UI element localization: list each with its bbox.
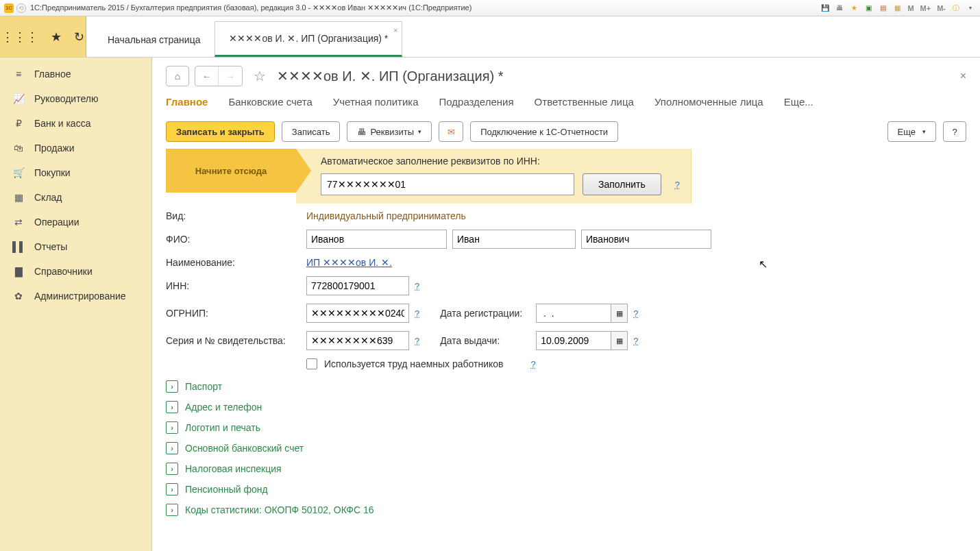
save-close-button[interactable]: Записать и закрыть xyxy=(166,121,275,142)
sidebar-item-reports[interactable]: ▌▌Отчеты xyxy=(0,234,151,259)
transfer-icon: ⇄ xyxy=(12,217,25,228)
sidebar-item-directories[interactable]: ▇Справочники xyxy=(0,259,151,284)
sidebar-item-main[interactable]: ≡Главное xyxy=(0,62,151,86)
print-icon: 🖶 xyxy=(357,127,366,137)
sidebar-item-purchases[interactable]: 🛒Покупки xyxy=(0,160,151,185)
expander-label: Логотип и печать xyxy=(185,422,260,433)
tab-start-page[interactable]: Начальная страница xyxy=(93,21,215,57)
label-naim: Наименование: xyxy=(166,257,306,268)
expander-address[interactable]: ›Адрес и телефон xyxy=(166,401,966,413)
tool-icon[interactable]: ▣ xyxy=(863,3,874,14)
titlebar-tools: 💾 🖶 ★ ▣ ▤ ▦ M M+ M- ⓘ ▾ xyxy=(820,3,976,14)
expander-label: Паспорт xyxy=(185,381,222,392)
connect-reporting-button[interactable]: Подключение к 1С-Отчетности xyxy=(470,121,618,142)
label-hired: Используется труд наемных работников xyxy=(324,358,504,369)
tab-close-icon[interactable]: × xyxy=(393,26,397,34)
subtab-main[interactable]: Главное xyxy=(166,96,208,110)
sidebar-item-label: Администрирование xyxy=(34,291,126,302)
ogrnip-input[interactable] xyxy=(306,304,409,323)
star-icon[interactable]: ★ xyxy=(51,29,62,45)
tool-star-icon[interactable]: ★ xyxy=(848,3,859,14)
sidebar-item-stock[interactable]: ▦Склад xyxy=(0,185,151,210)
expander-statcodes[interactable]: ›Коды статистики: ОКОПФ 50102, ОКФС 16 xyxy=(166,504,966,516)
inn-input[interactable] xyxy=(306,276,409,295)
save-button[interactable]: Записать xyxy=(282,121,341,142)
subtab-divisions[interactable]: Подразделения xyxy=(439,96,514,110)
window-title: 1С:Предприниматель 2015 / Бухгалтерия пр… xyxy=(30,3,471,12)
book-icon: ▇ xyxy=(12,266,25,277)
fill-button[interactable]: Заполнить xyxy=(583,173,661,195)
bag-icon: 🛍 xyxy=(12,143,25,154)
label-fio: ФИО: xyxy=(166,234,306,245)
nav-forward-button[interactable]: → xyxy=(219,66,242,86)
sidebar-item-manager[interactable]: 📈Руководителю xyxy=(0,86,151,111)
help-link[interactable]: ? xyxy=(415,281,419,291)
expander-tax[interactable]: ›Налоговая инспекция xyxy=(166,463,966,475)
gear-icon: ✿ xyxy=(12,291,25,302)
help-link[interactable]: ? xyxy=(633,308,638,319)
button-label: Еще xyxy=(898,127,916,137)
tool-save-icon[interactable]: 💾 xyxy=(820,3,831,14)
ruble-icon: ₽ xyxy=(12,118,25,129)
sub-tabs: Главное Банковские счета Учетная политик… xyxy=(166,96,966,110)
help-link[interactable]: ? xyxy=(675,180,680,190)
window-titlebar: 1C ⟲ 1С:Предприниматель 2015 / Бухгалтер… xyxy=(0,0,980,16)
help-link[interactable]: ? xyxy=(633,336,638,346)
chevron-right-icon: › xyxy=(166,442,178,454)
more-button[interactable]: Еще▾ xyxy=(887,121,936,142)
sidebar-item-sales[interactable]: 🛍Продажи xyxy=(0,136,151,160)
expander-pension[interactable]: ›Пенсионный фонд xyxy=(166,483,966,495)
titlebar-back-icon[interactable]: ⟲ xyxy=(16,3,26,13)
hired-checkbox[interactable] xyxy=(306,358,317,369)
nav-back-button[interactable]: ← xyxy=(195,66,219,86)
info-icon[interactable]: ⓘ xyxy=(951,3,961,14)
subtab-accounting-policy[interactable]: Учетная политика xyxy=(333,96,419,110)
home-button[interactable]: ⌂ xyxy=(166,66,189,86)
inn-auto-input[interactable] xyxy=(321,173,574,195)
tool-print-icon[interactable]: 🖶 xyxy=(834,3,845,14)
mail-button[interactable]: ✉ xyxy=(439,121,463,142)
help-link[interactable]: ? xyxy=(415,336,419,346)
help-link[interactable]: ? xyxy=(415,308,419,319)
expander-label: Пенсионный фонд xyxy=(185,484,268,495)
sidebar-item-admin[interactable]: ✿Администрирование xyxy=(0,284,151,308)
tool-calendar-icon[interactable]: ▤ xyxy=(877,3,888,14)
m-plus-button[interactable]: M+ xyxy=(919,3,933,14)
subtab-more[interactable]: Еще... xyxy=(784,96,813,110)
naim-link[interactable]: ИП ✕✕✕✕ов И. ✕. xyxy=(306,257,392,268)
calendar-icon[interactable]: ▦ xyxy=(611,331,628,350)
subtab-bank-accounts[interactable]: Банковские счета xyxy=(228,96,312,110)
tool-calc-icon[interactable]: ▦ xyxy=(892,3,903,14)
grid-icon[interactable]: ⋮⋮⋮ xyxy=(1,29,38,45)
button-label: Записать xyxy=(292,127,330,137)
calendar-icon[interactable]: ▦ xyxy=(611,304,628,323)
label-ogrnip: ОГРНИП: xyxy=(166,308,306,319)
subtab-authorized[interactable]: Уполномоченные лица xyxy=(654,96,763,110)
close-page-icon[interactable]: × xyxy=(960,70,966,82)
issuedate-input[interactable] xyxy=(536,331,611,350)
chevron-right-icon: › xyxy=(166,380,178,393)
tab-organization[interactable]: ✕✕✕✕ов И. ✕. ИП (Организация) * × xyxy=(215,21,402,57)
subtab-responsible[interactable]: Ответственные лица xyxy=(535,96,634,110)
help-button[interactable]: ? xyxy=(943,121,966,142)
button-label: Заполнить xyxy=(598,179,646,190)
favorite-icon[interactable]: ☆ xyxy=(254,68,266,84)
m-button[interactable]: M xyxy=(906,3,915,14)
expander-label: Адрес и телефон xyxy=(185,402,262,413)
breadcrumb-row: ⌂ ← → ☆ ✕✕✕✕ов И. ✕. ИП (Организация) * … xyxy=(166,66,966,86)
regdate-input[interactable] xyxy=(536,304,611,323)
patronymic-input[interactable] xyxy=(581,230,711,249)
sidebar-item-bank[interactable]: ₽Банк и касса xyxy=(0,111,151,136)
dropdown-icon[interactable]: ▾ xyxy=(965,3,976,14)
surname-input[interactable] xyxy=(306,230,447,249)
history-icon[interactable]: ↻ xyxy=(74,29,84,45)
sidebar-item-operations[interactable]: ⇄Операции xyxy=(0,210,151,234)
name-input[interactable] xyxy=(452,230,576,249)
help-link[interactable]: ? xyxy=(531,359,536,369)
expander-logo[interactable]: ›Логотип и печать xyxy=(166,421,966,434)
cert-input[interactable] xyxy=(306,331,409,350)
expander-bank[interactable]: ›Основной банковский счет xyxy=(166,442,966,454)
m-minus-button[interactable]: M- xyxy=(935,3,947,14)
requisites-button[interactable]: 🖶Реквизиты▾ xyxy=(347,121,432,142)
expander-passport[interactable]: ›Паспорт xyxy=(166,380,966,393)
